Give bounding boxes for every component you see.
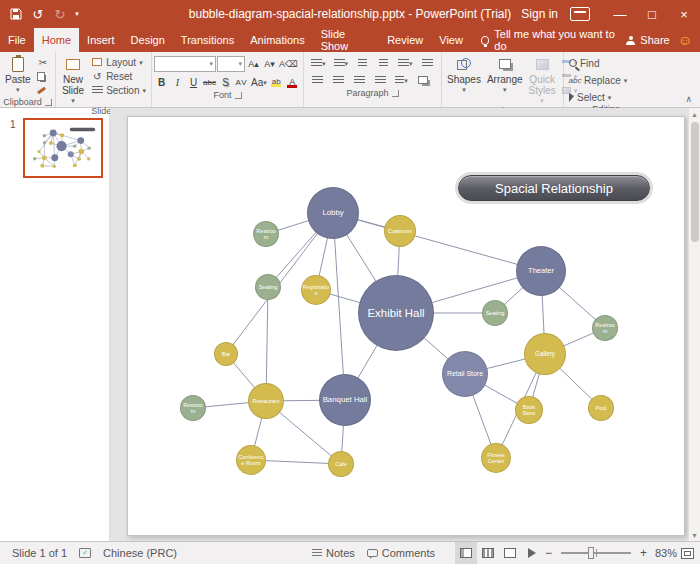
zoom-out-button[interactable]: −: [543, 546, 554, 560]
fit-slide-to-window-button[interactable]: [681, 548, 694, 559]
diagram-bubble-gallery[interactable]: Gallery: [524, 333, 566, 375]
tab-animations[interactable]: Animations: [242, 28, 312, 52]
diagram-bubble-restroom_b[interactable]: Restroom: [592, 315, 618, 341]
text-shadow-button[interactable]: S: [218, 75, 233, 89]
undo-button[interactable]: ↺: [27, 3, 49, 25]
diagram-bubble-retail_store[interactable]: Retail Store: [442, 351, 488, 397]
paragraph-dialog-launcher[interactable]: [392, 90, 399, 97]
zoom-slider-thumb[interactable]: [588, 547, 594, 559]
diagram-bubble-registration[interactable]: Registration: [301, 275, 331, 305]
diagram-bubble-bar[interactable]: Bar: [214, 342, 238, 366]
tab-design[interactable]: Design: [123, 28, 173, 52]
comments-button[interactable]: Comments: [361, 542, 441, 564]
new-slide-button[interactable]: New Slide ▾: [58, 53, 88, 106]
language-status[interactable]: Chinese (PRC): [97, 542, 183, 564]
layout-button[interactable]: Layout▾: [88, 55, 149, 69]
bullets-button[interactable]: ▾: [310, 56, 327, 70]
slide-canvas[interactable]: Spacial Relationship LobbyRestroomCoatro…: [127, 116, 685, 536]
close-button[interactable]: ×: [668, 0, 700, 28]
paste-button[interactable]: Paste ▾: [2, 53, 34, 95]
redo-button[interactable]: ↻: [49, 3, 71, 25]
grow-font-button[interactable]: A▴: [246, 57, 261, 71]
tell-me-box[interactable]: Tell me what you want to do: [481, 28, 618, 52]
replace-button[interactable]: abcReplace▾: [566, 73, 646, 87]
shrink-font-button[interactable]: A▾: [262, 57, 277, 71]
shapes-button[interactable]: Shapes ▾: [444, 53, 484, 95]
line-spacing-button[interactable]: ▾: [397, 56, 414, 70]
tab-file[interactable]: File: [0, 28, 34, 52]
reading-view-button[interactable]: [499, 542, 521, 564]
find-button[interactable]: Find: [566, 56, 646, 70]
select-button[interactable]: Select▾: [566, 90, 646, 104]
customize-qat-button[interactable]: ▾: [71, 3, 83, 25]
italic-button[interactable]: I: [170, 75, 185, 89]
vertical-scrollbar[interactable]: ▲ ▼: [688, 108, 700, 541]
feedback-smiley-button[interactable]: ☺: [678, 28, 700, 52]
diagram-bubble-conference_room[interactable]: Conference Room: [236, 445, 266, 475]
slide-thumbnail[interactable]: [23, 118, 103, 178]
font-dialog-launcher[interactable]: [235, 92, 242, 99]
tab-transitions[interactable]: Transitions: [173, 28, 242, 52]
text-direction-button[interactable]: [420, 56, 435, 70]
proofing-status-button[interactable]: ✓: [73, 542, 97, 564]
align-left-button[interactable]: [310, 73, 325, 87]
columns-button[interactable]: ▾: [394, 73, 409, 87]
diagram-title-shape[interactable]: Spacial Relationship: [458, 175, 650, 201]
slide-show-button[interactable]: [521, 542, 543, 564]
diagram-bubble-pool[interactable]: Pool: [588, 395, 614, 421]
share-button[interactable]: Share: [618, 28, 677, 52]
clipboard-dialog-launcher[interactable]: [45, 99, 52, 106]
slide-thumbnail-item[interactable]: 1: [0, 118, 109, 178]
diagram-bubble-coatroom[interactable]: Coatroom: [384, 215, 416, 247]
notes-button[interactable]: Notes: [306, 542, 361, 564]
arrange-button[interactable]: Arrange ▾: [484, 53, 526, 95]
minimize-button[interactable]: —: [604, 0, 636, 28]
maximize-button[interactable]: □: [636, 0, 668, 28]
save-button[interactable]: [5, 3, 27, 25]
align-center-button[interactable]: [331, 73, 346, 87]
increase-indent-button[interactable]: [376, 56, 391, 70]
font-size-select[interactable]: ▾: [217, 56, 245, 72]
underline-button[interactable]: U: [186, 75, 201, 89]
tab-review[interactable]: Review: [379, 28, 431, 52]
font-name-select[interactable]: ▾: [154, 56, 216, 72]
scroll-down-arrow-icon[interactable]: ▼: [691, 529, 698, 541]
scroll-up-arrow-icon[interactable]: ▲: [691, 108, 698, 120]
highlight-color-button[interactable]: ab: [269, 75, 284, 89]
ribbon-display-options-icon[interactable]: [570, 7, 590, 21]
convert-smartart-button[interactable]: [415, 73, 430, 87]
zoom-in-button[interactable]: +: [638, 546, 649, 560]
quick-styles-button[interactable]: Quick Styles ▾: [526, 53, 559, 106]
tab-slide-show[interactable]: Slide Show: [313, 28, 380, 52]
section-button[interactable]: Section▾: [88, 83, 149, 97]
slide-indicator[interactable]: Slide 1 of 1: [6, 542, 73, 564]
numbering-button[interactable]: ▾: [333, 56, 350, 70]
reset-button[interactable]: ↺Reset: [88, 69, 149, 83]
character-spacing-button[interactable]: AV: [234, 75, 249, 89]
align-right-button[interactable]: [352, 73, 367, 87]
diagram-bubble-seating_b[interactable]: Seating: [482, 300, 508, 326]
diagram-bubble-restroom_a[interactable]: Restroom: [253, 221, 279, 247]
zoom-slider[interactable]: [561, 552, 631, 554]
zoom-level[interactable]: 83%: [649, 547, 681, 559]
diagram-bubble-lobby[interactable]: Lobby: [307, 187, 359, 239]
bold-button[interactable]: B: [154, 75, 169, 89]
diagram-bubble-restaurant[interactable]: Restaurant: [248, 383, 284, 419]
copy-button[interactable]: [34, 69, 52, 83]
sign-in-link[interactable]: Sign in: [521, 7, 558, 21]
diagram-bubble-banquet_hall[interactable]: Banquet Hall: [319, 374, 371, 426]
collapse-ribbon-button[interactable]: ∧: [685, 94, 692, 104]
font-color-button[interactable]: A: [285, 75, 300, 89]
change-case-button[interactable]: Aa▾: [250, 75, 268, 89]
decrease-indent-button[interactable]: [355, 56, 370, 70]
diagram-bubble-cafe[interactable]: Cafe: [328, 451, 354, 477]
tab-home[interactable]: Home: [34, 28, 79, 52]
cut-button[interactable]: ✂: [34, 55, 52, 69]
diagram-bubble-fitness_center[interactable]: Fitness Center: [481, 443, 511, 473]
diagram-bubble-restroom_c[interactable]: Restroom: [180, 395, 206, 421]
normal-view-button[interactable]: [455, 542, 477, 564]
tab-insert[interactable]: Insert: [79, 28, 123, 52]
clear-formatting-button[interactable]: A⌫: [278, 57, 299, 71]
slide-sorter-view-button[interactable]: [477, 542, 499, 564]
scrollbar-thumb[interactable]: [691, 122, 699, 242]
